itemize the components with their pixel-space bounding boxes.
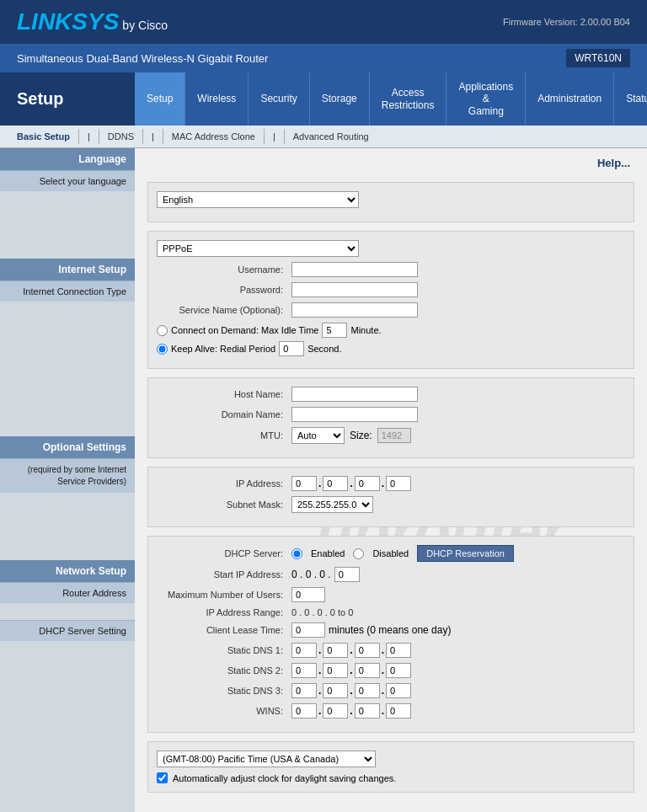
ip-range-row: IP Address Range: 0 . 0 . 0 . 0 to 0	[157, 607, 625, 617]
dns3-octet1[interactable]	[291, 683, 317, 698]
keep-alive-label: Keep Alive: Redial Period	[171, 344, 275, 354]
model-description: Simultaneous Dual-Band Wireless-N Gigabi…	[17, 52, 268, 65]
content-area: Language Select your language Internet S…	[0, 148, 647, 812]
host-name-row: Host Name:	[157, 387, 625, 402]
sub-nav-ddns[interactable]: DDNS	[99, 129, 143, 144]
language-section: English	[147, 182, 634, 222]
subnet-row: Subnet Mask: 255.255.255.0	[157, 496, 625, 513]
dhcp-enabled-radio[interactable]	[291, 548, 302, 559]
dns3-label: Static DNS 3:	[157, 686, 291, 696]
nav-security[interactable]: Security	[249, 72, 309, 126]
sidebar-item-dhcp: DHCP Server Setting	[0, 620, 135, 641]
wins-octet2[interactable]	[323, 703, 348, 719]
optional-section: Host Name: Domain Name: MTU: Auto Manual…	[147, 377, 634, 458]
ip-octet1[interactable]	[291, 476, 317, 491]
nav-access-restrictions[interactable]: AccessRestrictions	[370, 72, 447, 126]
logo: LINKSYS by Cisco	[17, 8, 168, 35]
time-zone-select[interactable]: (GMT-08:00) Pacific Time (USA & Canada)	[157, 751, 376, 767]
wins-group: . . .	[291, 703, 411, 719]
ip-range-label: IP Address Range:	[157, 607, 291, 617]
domain-name-input[interactable]	[291, 407, 418, 422]
size-label: Size:	[350, 430, 372, 441]
nav-administration[interactable]: Administration	[526, 72, 614, 126]
connect-on-demand-radio[interactable]	[157, 325, 168, 336]
dns1-octet3[interactable]	[355, 643, 380, 658]
firmware-version: Firmware Version: 2.00.00 B04	[503, 17, 630, 27]
keep-alive-radio[interactable]	[157, 344, 168, 355]
dns1-octet4[interactable]	[386, 643, 411, 658]
dns3-octet2[interactable]	[323, 683, 348, 698]
dns2-octet2[interactable]	[323, 663, 348, 678]
start-ip-prefix: 0 . 0 . 0 .	[291, 569, 331, 580]
sub-nav-basic-setup[interactable]: Basic Setup	[8, 129, 79, 144]
max-users-input[interactable]	[291, 587, 325, 602]
ip-range-value: 0 . 0 . 0 . 0 to 0	[291, 607, 353, 617]
sidebar-item-optional: (required by some Internet Service Provi…	[0, 458, 135, 493]
keep-alive-row: Keep Alive: Redial Period Second.	[157, 341, 625, 356]
dns1-octet1[interactable]	[291, 643, 317, 658]
size-input[interactable]	[377, 428, 411, 443]
dns3-group: . . .	[291, 683, 411, 698]
ip-octet2[interactable]	[323, 476, 348, 491]
wins-octet1[interactable]	[291, 703, 317, 719]
model-bar: Simultaneous Dual-Band Wireless-N Gigabi…	[0, 44, 647, 72]
dhcp-reservation-button[interactable]: DHCP Reservation	[417, 545, 514, 562]
auto-adjust-row: Automatically adjust clock for daylight …	[157, 772, 625, 783]
main-content: uprouter Help... English PPPoE	[135, 148, 647, 812]
redial-period-input[interactable]	[279, 341, 304, 356]
dns3-octet4[interactable]	[386, 683, 411, 698]
nav-items: Setup Wireless Security Storage AccessRe…	[135, 72, 647, 126]
username-row: Username:	[157, 262, 625, 277]
ip-sep2: .	[350, 478, 352, 489]
wins-label: WINS:	[157, 706, 291, 716]
sidebar-section-internet: Internet Setup	[0, 259, 135, 280]
subnet-select[interactable]: 255.255.255.0	[291, 496, 373, 513]
lease-time-row: Client Lease Time: minutes (0 means one …	[157, 622, 625, 638]
ip-octet3[interactable]	[355, 476, 380, 491]
password-input[interactable]	[291, 282, 418, 297]
password-label: Password:	[157, 285, 291, 295]
model-number: WRT610N	[566, 49, 630, 67]
mtu-type-select[interactable]: Auto Manual	[291, 427, 345, 444]
minute-label: Minute.	[350, 325, 381, 335]
dns2-octet4[interactable]	[386, 663, 411, 678]
auto-adjust-checkbox[interactable]	[157, 772, 168, 783]
dns1-group: . . .	[291, 643, 411, 658]
dns2-octet1[interactable]	[291, 663, 317, 678]
dhcp-server-row: DHCP Server: Enabled Disabled DHCP Reser…	[157, 545, 625, 562]
service-name-input[interactable]	[291, 302, 418, 318]
start-ip-row: Start IP Address: 0 . 0 . 0 .	[157, 567, 625, 582]
nav-setup[interactable]: Setup	[135, 72, 185, 126]
username-input[interactable]	[291, 262, 418, 277]
nav-wireless[interactable]: Wireless	[185, 72, 249, 126]
connect-on-demand-row: Connect on Demand: Max Idle Time Minute.	[157, 323, 625, 338]
sub-nav-mac-clone[interactable]: MAC Address Clone	[163, 129, 265, 144]
domain-name-label: Domain Name:	[157, 409, 291, 419]
dns2-octet3[interactable]	[355, 663, 380, 678]
language-select[interactable]: English	[157, 191, 359, 208]
dns3-octet3[interactable]	[355, 683, 380, 698]
wins-octet3[interactable]	[355, 703, 380, 719]
host-name-label: Host Name:	[157, 389, 291, 399]
dhcp-server-label: DHCP Server:	[157, 548, 291, 558]
dns1-row: Static DNS 1: . . .	[157, 643, 625, 658]
nav-applications-gaming[interactable]: Applications &Gaming	[446, 72, 526, 126]
dhcp-disabled-label: Disabled	[372, 548, 409, 558]
max-users-row: Maximum Number of Users:	[157, 587, 625, 602]
nav-status[interactable]: Status	[614, 72, 647, 126]
host-name-input[interactable]	[291, 387, 418, 402]
dns3-row: Static DNS 3: . . .	[157, 683, 625, 698]
sub-nav-advanced-routing[interactable]: Advanced Routing	[285, 129, 377, 144]
ip-octet4[interactable]	[386, 476, 411, 491]
nav-storage[interactable]: Storage	[310, 72, 370, 126]
dhcp-disabled-radio[interactable]	[353, 548, 364, 559]
wins-octet4[interactable]	[386, 703, 411, 719]
auto-adjust-label: Automatically adjust clock for daylight …	[173, 773, 396, 783]
max-idle-time-input[interactable]	[322, 323, 347, 338]
start-ip-last-input[interactable]	[334, 567, 360, 582]
page-title: Setup	[0, 72, 135, 126]
lease-time-input[interactable]	[291, 622, 325, 638]
dns1-octet2[interactable]	[323, 643, 348, 658]
service-name-row: Service Name (Optional):	[157, 302, 625, 318]
connection-type-select[interactable]: PPPoE	[157, 240, 359, 257]
